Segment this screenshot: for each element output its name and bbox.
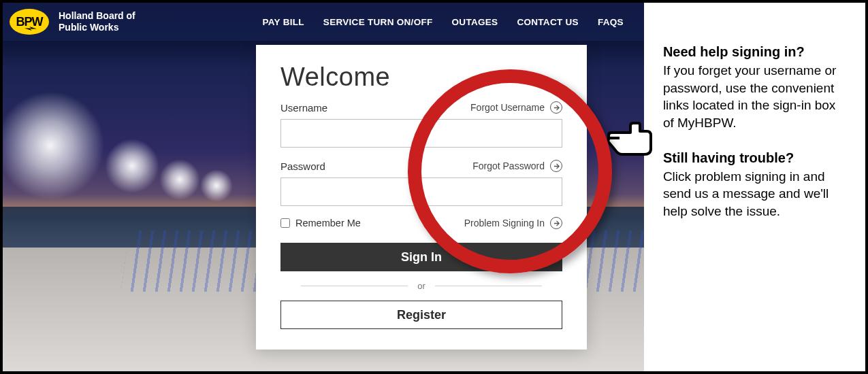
arrow-right-circle-icon — [550, 160, 562, 172]
forgot-password-text: Forgot Password — [472, 160, 545, 171]
or-text: or — [417, 281, 425, 291]
nav-faqs[interactable]: FAQS — [598, 17, 624, 27]
login-title: Welcome — [280, 63, 562, 92]
remember-me[interactable]: Remember Me — [280, 218, 361, 228]
problem-signing-in-link[interactable]: Problem Signing In — [464, 217, 562, 229]
or-divider: or — [301, 281, 542, 291]
org-name-line1: Holland Board of — [59, 10, 135, 22]
forgot-username-text: Forgot Username — [470, 102, 545, 113]
org-name: Holland Board of Public Works — [59, 10, 135, 34]
arrow-right-circle-icon — [550, 217, 562, 229]
bpw-logo-icon: BPW — [10, 9, 49, 35]
nav-contact-us[interactable]: CONTACT US — [517, 17, 579, 27]
help-paragraph-1: If you forget your username or password,… — [663, 62, 846, 132]
problem-signing-in-text: Problem Signing In — [464, 218, 545, 228]
remember-me-checkbox[interactable] — [280, 218, 290, 228]
remember-me-label: Remember Me — [295, 218, 361, 228]
primary-nav: PAY BILL SERVICE TURN ON/OFF OUTAGES CON… — [262, 17, 623, 27]
lamp-glow — [159, 159, 200, 200]
arrow-right-circle-icon — [550, 101, 562, 114]
org-name-line2: Public Works — [59, 22, 135, 34]
app-screenshot: BPW Holland Board of Public Works PAY BI… — [3, 3, 644, 371]
logo-area[interactable]: BPW Holland Board of Public Works — [10, 9, 135, 35]
help-heading-2: Still having trouble? — [663, 150, 846, 167]
help-panel: Need help signing in? If you forget your… — [644, 3, 865, 371]
lamp-glow — [200, 169, 233, 202]
nav-service-turn-on-off[interactable]: SERVICE TURN ON/OFF — [323, 17, 433, 27]
password-input[interactable] — [280, 177, 562, 206]
divider-line — [301, 286, 408, 286]
nav-outages[interactable]: OUTAGES — [452, 17, 498, 27]
help-heading-1: Need help signing in? — [663, 44, 846, 61]
register-button[interactable]: Register — [280, 301, 562, 329]
sign-in-button[interactable]: Sign In — [280, 243, 562, 271]
username-input[interactable] — [280, 119, 562, 148]
lamp-glow — [105, 139, 159, 193]
pointing-hand-icon — [606, 122, 655, 157]
password-label: Password — [280, 160, 325, 172]
site-header: BPW Holland Board of Public Works PAY BI… — [3, 3, 644, 41]
login-card: Welcome Username Forgot Username Passwor… — [256, 45, 587, 350]
divider-line — [435, 286, 542, 286]
forgot-username-link[interactable]: Forgot Username — [470, 101, 562, 114]
help-paragraph-2: Click problem signing in and send us a m… — [663, 168, 846, 220]
nav-pay-bill[interactable]: PAY BILL — [262, 17, 304, 27]
username-label: Username — [280, 102, 327, 114]
forgot-password-link[interactable]: Forgot Password — [472, 160, 562, 172]
